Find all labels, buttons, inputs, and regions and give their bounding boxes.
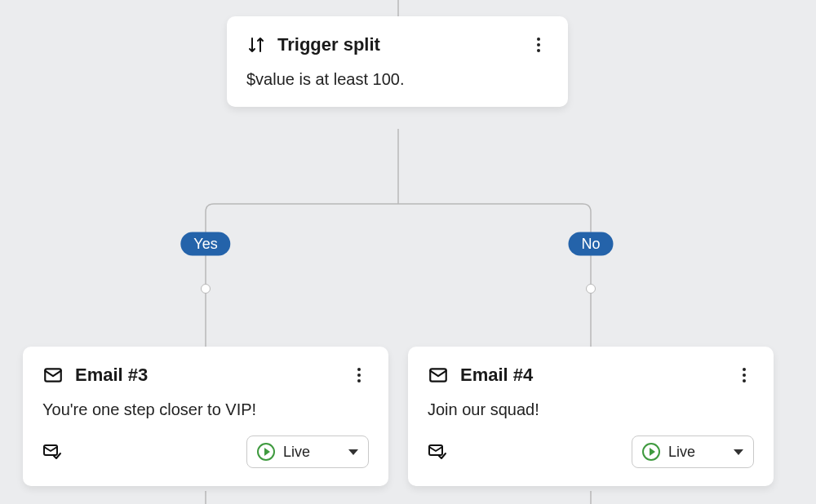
email-footer: Live xyxy=(428,435,754,468)
connector-node-left xyxy=(201,284,211,294)
email-card-4[interactable]: Email #4 Join our squad! Live xyxy=(408,347,774,486)
branch-badge-no: No xyxy=(568,232,613,256)
branch-yes-label: Yes xyxy=(193,236,217,252)
branch-badge-yes: Yes xyxy=(180,232,230,256)
trigger-split-card[interactable]: Trigger split $value is at least 100. xyxy=(227,16,568,107)
email-title: Email #4 xyxy=(460,365,533,386)
chevron-down-icon xyxy=(734,449,743,455)
mail-check-icon[interactable] xyxy=(428,442,447,462)
email-subject: You're one step closer to VIP! xyxy=(42,400,369,419)
email-title: Email #3 xyxy=(75,365,148,386)
split-icon xyxy=(246,35,266,55)
play-icon xyxy=(642,443,660,461)
card-header: Email #3 xyxy=(42,365,369,386)
trigger-condition: $value is at least 100. xyxy=(246,70,548,89)
email-subject: Join our squad! xyxy=(428,400,754,419)
connector-node-right xyxy=(586,284,596,294)
card-title-row: Email #4 xyxy=(428,365,533,386)
email-card-3[interactable]: Email #3 You're one step closer to VIP! … xyxy=(23,347,388,486)
flow-canvas: Trigger split $value is at least 100. Ye… xyxy=(0,0,816,504)
email-3-status-select[interactable]: Live xyxy=(246,435,369,468)
trigger-title: Trigger split xyxy=(277,34,380,55)
email-4-menu-button[interactable] xyxy=(734,365,754,385)
email-4-status-select[interactable]: Live xyxy=(632,435,754,468)
card-title-row: Email #3 xyxy=(42,365,148,386)
card-title-row: Trigger split xyxy=(246,34,380,55)
card-header: Trigger split xyxy=(246,34,548,55)
mail-icon xyxy=(428,365,449,386)
status-label: Live xyxy=(668,444,695,461)
trigger-menu-button[interactable] xyxy=(529,35,548,55)
email-footer: Live xyxy=(42,435,369,468)
email-3-menu-button[interactable] xyxy=(349,365,369,385)
chevron-down-icon xyxy=(348,449,358,455)
mail-check-icon[interactable] xyxy=(42,442,62,462)
status-label: Live xyxy=(283,444,310,461)
branch-no-label: No xyxy=(581,236,600,252)
play-icon xyxy=(257,443,275,461)
card-header: Email #4 xyxy=(428,365,754,386)
mail-icon xyxy=(42,365,64,386)
